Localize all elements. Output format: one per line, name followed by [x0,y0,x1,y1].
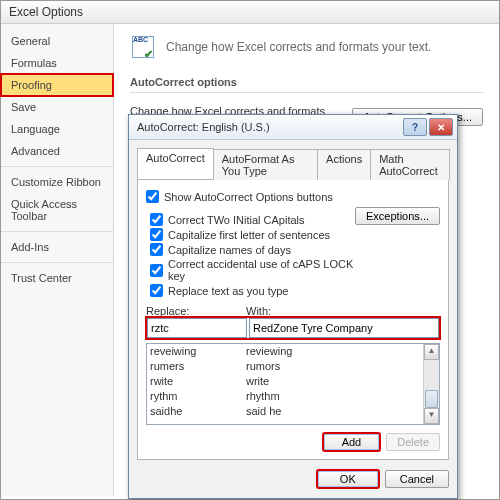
section-title: AutoCorrect options [130,76,483,93]
sidebar-item-addins[interactable]: Add-Ins [1,236,113,258]
autocorrect-list[interactable]: reveiwingreviewing rumersrumors rwitewri… [146,343,440,425]
lbl-show-buttons: Show AutoCorrect Options buttons [164,191,333,203]
lbl-capitalize-sentences: Capitalize first letter of sentences [168,229,330,241]
sidebar-item-customize-ribbon[interactable]: Customize Ribbon [1,171,113,193]
list-item: rythmrhythm [147,389,439,404]
window-title: Excel Options [1,1,499,24]
chk-replace-as-type[interactable] [150,284,163,297]
ok-button[interactable]: OK [317,470,379,488]
tab-panel-autocorrect: Show AutoCorrect Options buttons Correct… [137,180,449,460]
options-sidebar: General Formulas Proofing Save Language … [1,24,114,496]
lbl-caps-lock: Correct accidental use of cAPS LOCK key [168,258,356,282]
chk-capitalize-days[interactable] [150,243,163,256]
page-header-text: Change how Excel corrects and formats yo… [166,40,431,54]
with-input[interactable] [249,318,439,338]
lbl-replace-as-type: Replace text as you type [168,285,288,297]
exceptions-button[interactable]: Exceptions... [355,207,440,225]
lbl-capitalize-days: Capitalize names of days [168,244,291,256]
list-item: reveiwingreviewing [147,344,439,359]
sidebar-item-qat[interactable]: Quick Access Toolbar [1,193,113,227]
spellcheck-icon: ABC ✔ [130,34,156,60]
sidebar-item-proofing[interactable]: Proofing [1,74,113,96]
tab-math[interactable]: Math AutoCorrect [370,149,450,180]
excel-options-window: Excel Options General Formulas Proofing … [0,0,500,500]
sidebar-item-advanced[interactable]: Advanced [1,140,113,162]
scroll-thumb[interactable] [425,390,438,408]
chk-show-buttons[interactable] [146,190,159,203]
list-item: rwitewrite [147,374,439,389]
sidebar-item-trust-center[interactable]: Trust Center [1,267,113,289]
lbl-two-initial-caps: Correct TWo INitial CApitals [168,214,305,226]
scroll-up-icon[interactable]: ▲ [424,344,439,360]
sidebar-item-general[interactable]: General [1,30,113,52]
replace-label: Replace: [146,305,246,317]
help-button[interactable]: ? [403,118,427,136]
tab-actions[interactable]: Actions [317,149,371,180]
cancel-button[interactable]: Cancel [385,470,449,488]
list-scrollbar[interactable]: ▲ ▼ [423,344,439,424]
list-item: saidhesaid he [147,404,439,419]
list-item: rumersrumors [147,359,439,374]
autocorrect-dialog: AutoCorrect: English (U.S.) ? ✕ AutoCorr… [128,114,458,499]
scroll-down-icon[interactable]: ▼ [424,408,439,424]
delete-button[interactable]: Delete [386,433,440,451]
chk-caps-lock[interactable] [150,264,163,277]
sidebar-item-save[interactable]: Save [1,96,113,118]
chk-two-initial-caps[interactable] [150,213,163,226]
sidebar-item-formulas[interactable]: Formulas [1,52,113,74]
with-label: With: [246,305,440,317]
tab-autocorrect[interactable]: AutoCorrect [137,148,214,179]
sidebar-item-language[interactable]: Language [1,118,113,140]
chk-capitalize-sentences[interactable] [150,228,163,241]
tab-autoformat[interactable]: AutoFormat As You Type [213,149,318,180]
dialog-tabs: AutoCorrect AutoFormat As You Type Actio… [137,148,449,180]
dialog-titlebar[interactable]: AutoCorrect: English (U.S.) ? ✕ [129,115,457,140]
close-button[interactable]: ✕ [429,118,453,136]
dialog-title: AutoCorrect: English (U.S.) [137,121,270,133]
replace-input[interactable] [147,318,247,338]
add-button[interactable]: Add [323,433,381,451]
